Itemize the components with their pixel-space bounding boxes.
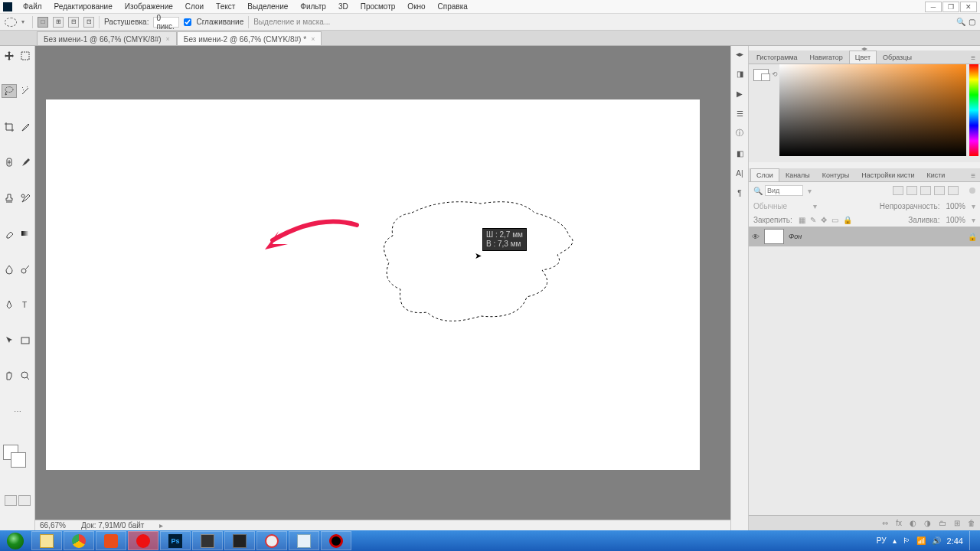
search-icon[interactable]: 🔍 xyxy=(956,18,965,26)
tool-preset-dropdown[interactable]: ▾ xyxy=(21,18,28,25)
brush-tool-icon[interactable] xyxy=(18,155,33,169)
gradient-tool-icon[interactable] xyxy=(18,227,33,240)
healing-brush-tool-icon[interactable] xyxy=(2,155,17,169)
histogram-tab[interactable]: Гистограмма xyxy=(750,51,804,64)
lock-position-icon[interactable]: ✥ xyxy=(821,216,827,224)
lock-artboard-icon[interactable]: ▭ xyxy=(831,216,838,224)
path-select-tool-icon[interactable] xyxy=(2,334,17,347)
filter-dropdown-icon[interactable]: ▾ xyxy=(808,187,812,195)
channels-tab[interactable]: Каналы xyxy=(779,168,816,181)
layer-group-icon[interactable]: 🗀 xyxy=(939,519,946,527)
selection-new-icon[interactable]: □ xyxy=(38,17,48,28)
filter-toggle-icon[interactable] xyxy=(969,187,975,194)
tab-close-icon[interactable]: × xyxy=(166,35,170,43)
document-tab[interactable]: Без имени-2 @ 66,7% (CMYK/8#) * × xyxy=(177,31,322,45)
zoom-tool-icon[interactable] xyxy=(18,369,33,383)
move-tool-icon[interactable] xyxy=(2,49,17,63)
fill-value[interactable]: 100% xyxy=(946,216,965,224)
filter-pixel-icon[interactable] xyxy=(893,186,903,195)
antialias-checkbox[interactable] xyxy=(184,18,191,26)
zoom-level[interactable]: 66,67% xyxy=(40,521,66,530)
layers-tab[interactable]: Слои xyxy=(750,168,779,181)
taskbar-record-icon[interactable] xyxy=(321,531,351,550)
taskbar-app-icon[interactable] xyxy=(224,531,255,550)
brushes-tab[interactable]: Кисти xyxy=(920,168,951,181)
color-picker-gradient[interactable] xyxy=(779,64,966,156)
actions-panel-icon[interactable]: ▶ xyxy=(733,87,746,99)
language-indicator[interactable]: РУ xyxy=(877,536,887,545)
window-close-icon[interactable]: ✕ xyxy=(960,2,977,12)
brush-settings-tab[interactable]: Настройки кисти xyxy=(855,168,920,181)
layer-fx-icon[interactable]: fx xyxy=(896,519,902,527)
document-tab[interactable]: Без имени-1 @ 66,7% (CMYK/8#) × xyxy=(37,31,177,45)
standard-mode-icon[interactable] xyxy=(5,495,17,506)
tray-arrow-icon[interactable]: ▴ xyxy=(893,536,897,545)
lasso-tool-icon[interactable] xyxy=(2,84,17,98)
quickmask-mode-icon[interactable] xyxy=(18,495,31,506)
hand-tool-icon[interactable] xyxy=(2,369,17,383)
swatches-tab[interactable]: Образцы xyxy=(877,51,918,64)
layer-row[interactable]: 👁 Фон 🔒 xyxy=(749,227,980,246)
taskbar-chrome-icon[interactable] xyxy=(64,531,94,550)
selection-intersect-icon[interactable]: ⊡ xyxy=(83,17,94,28)
eyedropper-tool-icon[interactable] xyxy=(18,120,33,134)
feather-input[interactable]: 0 пикс. xyxy=(153,17,179,28)
window-maximize-icon[interactable]: ❐ xyxy=(942,2,959,12)
menu-select[interactable]: Выделение xyxy=(241,1,294,12)
paths-tab[interactable]: Контуры xyxy=(816,168,855,181)
tray-network-icon[interactable]: 📶 xyxy=(916,536,926,545)
paragraph-panel-icon[interactable]: ¶ xyxy=(733,187,746,199)
taskbar-notepad-icon[interactable] xyxy=(289,531,319,550)
adjustment-layer-icon[interactable]: ◑ xyxy=(924,519,931,527)
refine-edge-button[interactable]: Выделение и маска... xyxy=(253,18,330,26)
layer-thumbnail[interactable] xyxy=(764,229,784,244)
properties-panel-icon[interactable]: ☰ xyxy=(733,107,746,119)
status-menu-icon[interactable]: ▸ xyxy=(159,521,163,530)
menu-text[interactable]: Текст xyxy=(210,1,241,12)
link-layers-icon[interactable]: ⇔ xyxy=(882,519,888,527)
new-layer-icon[interactable]: ⊞ xyxy=(954,519,960,527)
pen-tool-icon[interactable] xyxy=(2,298,17,311)
filter-type-icon[interactable] xyxy=(920,186,931,195)
menu-image[interactable]: Изображение xyxy=(119,1,179,12)
info-panel-icon[interactable]: ⓘ xyxy=(733,127,746,139)
blur-tool-icon[interactable] xyxy=(2,262,17,276)
stamp-tool-icon[interactable] xyxy=(2,191,17,205)
history-panel-icon[interactable]: ◨ xyxy=(733,67,746,80)
dodge-tool-icon[interactable] xyxy=(18,262,33,276)
taskbar-explorer-icon[interactable] xyxy=(31,531,62,550)
lock-pixels-icon[interactable]: ✎ xyxy=(810,216,816,224)
tray-volume-icon[interactable]: 🔊 xyxy=(932,536,941,545)
taskbar-app-icon[interactable] xyxy=(256,531,287,550)
swap-colors-icon[interactable]: ⟲ xyxy=(772,70,778,78)
taskbar-app-icon[interactable] xyxy=(192,531,223,550)
adjustments-panel-icon[interactable]: ◧ xyxy=(733,147,746,159)
layer-name[interactable]: Фон xyxy=(789,233,802,240)
marquee-tool-icon[interactable] xyxy=(18,49,33,63)
eraser-tool-icon[interactable] xyxy=(2,227,17,240)
show-desktop-button[interactable] xyxy=(969,531,975,550)
type-tool-icon[interactable]: T xyxy=(18,298,33,311)
history-brush-tool-icon[interactable] xyxy=(18,191,33,205)
color-bg-swatch[interactable] xyxy=(761,73,770,81)
start-button[interactable] xyxy=(0,530,31,551)
panel-grip-icon[interactable]: ◂▸ xyxy=(733,47,746,60)
crop-tool-icon[interactable] xyxy=(2,120,17,134)
magic-wand-tool-icon[interactable] xyxy=(18,84,33,98)
filter-adjust-icon[interactable] xyxy=(906,186,917,195)
filter-smart-icon[interactable] xyxy=(948,186,959,195)
menu-window[interactable]: Окно xyxy=(401,1,431,12)
menu-3d[interactable]: 3D xyxy=(332,1,354,12)
panel-menu-icon[interactable]: ≡ xyxy=(966,51,980,64)
blend-mode-select[interactable]: Обычные xyxy=(753,202,807,210)
background-color[interactable] xyxy=(11,452,26,468)
delete-layer-icon[interactable]: 🗑 xyxy=(968,519,975,527)
menu-edit[interactable]: Редактирование xyxy=(48,1,119,12)
taskbar-recorder-icon[interactable] xyxy=(128,531,158,550)
selection-add-icon[interactable]: ⊞ xyxy=(53,17,64,28)
color-tab[interactable]: Цвет xyxy=(849,51,877,64)
layers-list[interactable] xyxy=(749,246,980,515)
lock-transparent-icon[interactable]: ▦ xyxy=(799,216,805,224)
menu-filter[interactable]: Фильтр xyxy=(294,1,332,12)
opacity-value[interactable]: 100% xyxy=(946,202,965,210)
